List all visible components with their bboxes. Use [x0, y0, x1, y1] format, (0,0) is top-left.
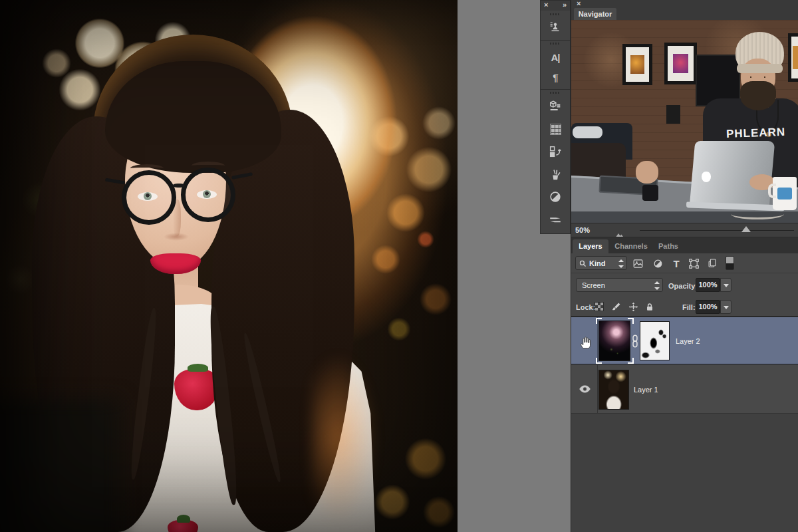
layers-panel-tabs: Layers Channels Paths [571, 237, 798, 253]
instructor-beard [740, 81, 776, 110]
instructor-eyes [747, 76, 769, 78]
tab-channels[interactable]: Channels [610, 239, 652, 253]
tutorial-video-preview: PHLEARN [571, 20, 798, 223]
adjustments-panel-icon[interactable] [544, 188, 567, 205]
filter-smart-objects-icon[interactable] [704, 256, 720, 271]
tool-presets-icon[interactable] [544, 166, 567, 183]
layer1-name[interactable]: Layer 1 [634, 386, 658, 394]
zoom-slider-thumb[interactable] [741, 226, 751, 232]
hand-cursor [577, 333, 595, 353]
fill-dropdown-button[interactable] [720, 300, 732, 314]
opacity-label: Opacity: [668, 282, 698, 290]
close-dock-button[interactable]: × [544, 1, 548, 9]
document-canvas[interactable] [0, 0, 458, 532]
pen-holder [642, 185, 658, 201]
filter-kind-select[interactable]: Kind [575, 256, 627, 270]
pillow [573, 126, 602, 138]
layer1-visibility-toggle[interactable] [571, 365, 598, 413]
tab-navigator[interactable]: Navigator [574, 8, 616, 20]
right-panel-column: × Navigator PHLEARN [571, 0, 798, 532]
shirt-logo-text: PHLEARN [726, 125, 798, 141]
filter-kind-label: Kind [589, 259, 605, 267]
layer-filter-row: Kind T [571, 253, 798, 273]
expand-dock-button[interactable]: » [563, 1, 567, 9]
thumbnail-selection-bracket [596, 358, 602, 364]
opacity-value[interactable]: 100% [696, 278, 720, 292]
navigator-panel-chrome: × [571, 0, 798, 8]
collapsed-panel-dock: × » A| ¶ [540, 0, 571, 234]
lock-position-icon[interactable] [626, 301, 640, 313]
eye-icon [579, 384, 591, 396]
lock-label: Lock: [576, 303, 595, 311]
layers-list: Layer 2 Layer 1 [571, 317, 798, 532]
mug-handle [768, 184, 776, 198]
blend-mode-select[interactable]: Screen [576, 278, 663, 292]
clone-source-icon[interactable] [544, 18, 567, 35]
panel-gripper[interactable] [550, 43, 561, 45]
wall-picture-frame [788, 33, 798, 82]
mask-link-icon[interactable] [630, 334, 640, 348]
thumbnail-selection-bracket [628, 318, 634, 324]
panel-gripper[interactable] [550, 13, 561, 15]
blend-options-row: Screen Opacity: 100% [571, 273, 798, 297]
layer1-thumbnail[interactable] [598, 370, 629, 410]
navigator-tab-row: Navigator [571, 8, 798, 20]
zoom-slider-track[interactable] [640, 230, 794, 231]
spinner-arrows-icon [618, 259, 623, 268]
lock-transparency-icon[interactable] [595, 302, 604, 311]
pasteboard [458, 0, 540, 532]
apple-logo-icon [702, 172, 711, 182]
filter-shape-layers-icon[interactable] [686, 256, 702, 271]
filter-adjustment-layers-icon[interactable] [650, 256, 666, 271]
filter-type-layers-icon[interactable]: T [668, 256, 684, 271]
lock-options-row: Lock: Fill: 100% [571, 297, 798, 317]
fill-label: Fill: [682, 303, 696, 311]
paragraph-panel-icon[interactable]: ¶ [544, 68, 567, 86]
navigator-zoom-bar: 50% [571, 223, 798, 237]
layer-row-layer2[interactable]: Layer 2 [571, 317, 798, 364]
character-panel-icon[interactable]: A| [544, 49, 567, 66]
filter-pixel-layers-icon[interactable] [630, 256, 646, 271]
close-navigator-button[interactable]: × [577, 0, 581, 7]
lock-pixels-icon[interactable] [609, 301, 622, 313]
photoshop-workspace: × » A| ¶ [0, 0, 798, 532]
swatches-panel-icon[interactable] [544, 120, 567, 138]
dock-header: × » [541, 1, 570, 11]
mug-logo [777, 188, 792, 200]
brush-presets-icon[interactable] [544, 211, 567, 228]
layer-comps-icon[interactable] [544, 143, 567, 160]
vignette [0, 0, 458, 532]
layer2-name[interactable]: Layer 2 [676, 337, 700, 345]
thumbnail-selection-bracket [596, 318, 602, 324]
panel-gripper[interactable] [550, 92, 561, 94]
layer2-visibility-toggle[interactable] [571, 317, 598, 364]
layer2-mask-thumbnail[interactable] [640, 321, 670, 360]
opacity-dropdown-button[interactable] [720, 278, 732, 292]
beanie-band [737, 64, 783, 73]
zoom-level-value[interactable]: 50% [575, 226, 590, 234]
layer-row-layer1[interactable]: Layer 1 [571, 365, 798, 414]
blend-mode-value: Screen [582, 281, 605, 289]
layer2-thumbnail[interactable] [598, 321, 630, 361]
instructor-hand [636, 161, 658, 184]
thumbnail-selection-bracket [628, 358, 634, 364]
tab-paths[interactable]: Paths [654, 239, 683, 253]
filter-toggle-switch[interactable] [726, 256, 734, 270]
fill-value[interactable]: 100% [696, 300, 720, 314]
search-icon [579, 259, 587, 268]
speaker-box [666, 105, 680, 124]
wall-picture-frame [622, 44, 652, 85]
3d-materials-icon[interactable] [544, 98, 567, 115]
wall-picture-frame [664, 43, 697, 84]
tab-layers[interactable]: Layers [573, 239, 608, 253]
spinner-arrows-icon [654, 281, 659, 290]
lock-all-icon[interactable] [643, 301, 656, 313]
